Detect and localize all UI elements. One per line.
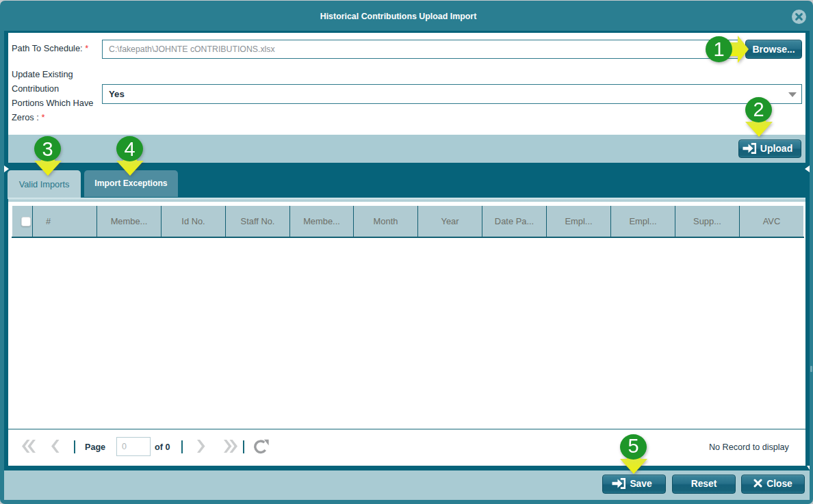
svg-text:3: 3 (42, 138, 53, 160)
svg-text:4: 4 (124, 138, 135, 160)
svg-text:5: 5 (628, 435, 638, 457)
svg-text:1: 1 (713, 38, 724, 60)
svg-text:2: 2 (753, 98, 764, 120)
